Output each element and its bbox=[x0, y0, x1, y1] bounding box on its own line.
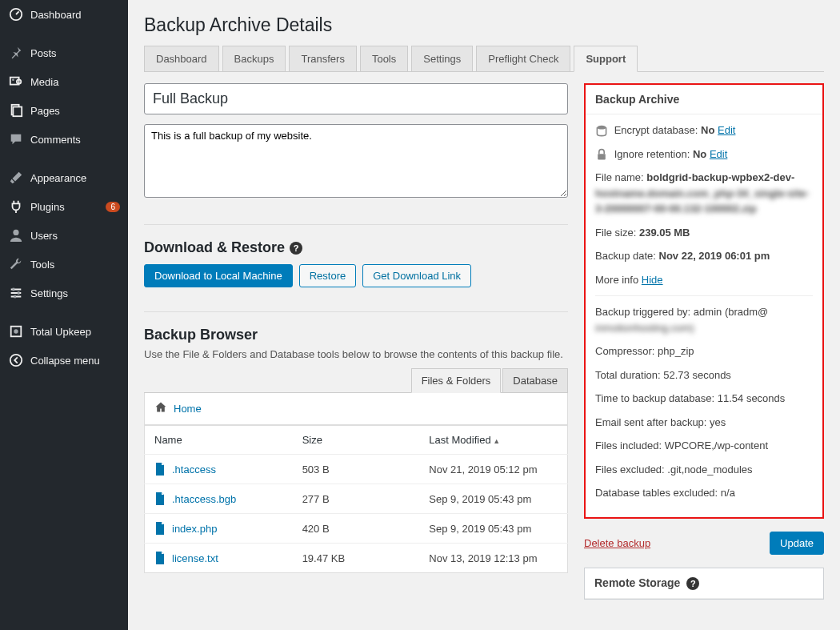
svg-rect-5 bbox=[13, 107, 22, 117]
hide-link[interactable]: Hide bbox=[642, 274, 663, 286]
delete-backup-link[interactable]: Delete backup bbox=[584, 537, 650, 549]
browser-tab-database[interactable]: Database bbox=[502, 368, 568, 392]
sidebar-item-plugins[interactable]: Plugins6 bbox=[0, 192, 128, 221]
svg-point-13 bbox=[597, 125, 606, 129]
shield-icon bbox=[8, 323, 24, 339]
sidebar-item-label: Appearance bbox=[30, 172, 120, 184]
remote-storage-panel: Remote Storage ? bbox=[584, 568, 824, 600]
sidebar-item-label: Tools bbox=[30, 259, 120, 271]
sidebar-item-label: Media bbox=[30, 76, 120, 88]
admin-sidebar: DashboardPostsMediaPagesCommentsAppearan… bbox=[0, 0, 128, 630]
table-row: license.txt19.47 KBNov 13, 2019 12:13 pm bbox=[145, 544, 568, 573]
sidebar-item-tools[interactable]: Tools bbox=[0, 250, 128, 279]
database-icon bbox=[595, 125, 608, 138]
get-download-link-button[interactable]: Get Download Link bbox=[362, 264, 471, 287]
svg-rect-7 bbox=[13, 288, 15, 291]
tab-dashboard[interactable]: Dashboard bbox=[144, 46, 219, 71]
sidebar-item-label: Collapse menu bbox=[30, 355, 120, 367]
panel-title: Backup Archive bbox=[586, 85, 822, 114]
table-row: index.php420 BSep 9, 2019 05:43 pm bbox=[145, 514, 568, 544]
svg-rect-8 bbox=[18, 291, 20, 295]
sidebar-item-pages[interactable]: Pages bbox=[0, 96, 128, 125]
sidebar-item-dashboard[interactable]: Dashboard bbox=[0, 0, 128, 29]
svg-rect-9 bbox=[14, 295, 16, 299]
file-icon bbox=[154, 552, 166, 564]
table-row: .htaccess503 BNov 21, 2019 05:12 pm bbox=[145, 455, 568, 484]
lock-icon bbox=[595, 148, 608, 161]
file-link[interactable]: license.txt bbox=[172, 552, 218, 564]
sidebar-item-label: Total Upkeep bbox=[30, 326, 120, 338]
backup-browser-description: Use the File & Folders and Database tool… bbox=[144, 348, 568, 360]
col-modified[interactable]: Last Modified bbox=[419, 426, 567, 455]
table-row: .htaccess.bgb277 BSep 9, 2019 05:43 pm bbox=[145, 484, 568, 514]
user-icon bbox=[8, 227, 24, 243]
main-content: Backup Archive Details DashboardBackupsT… bbox=[128, 0, 840, 630]
sidebar-item-label: Users bbox=[30, 230, 120, 242]
svg-rect-14 bbox=[598, 154, 606, 159]
tab-tools[interactable]: Tools bbox=[360, 46, 408, 71]
col-size[interactable]: Size bbox=[293, 426, 420, 455]
sidebar-item-media[interactable]: Media bbox=[0, 67, 128, 96]
sidebar-item-appearance[interactable]: Appearance bbox=[0, 163, 128, 192]
breadcrumb-home[interactable]: Home bbox=[174, 403, 202, 415]
svg-point-12 bbox=[10, 355, 22, 366]
comment-icon bbox=[8, 131, 24, 147]
sidebar-item-label: Comments bbox=[30, 134, 120, 146]
dashboard-icon bbox=[8, 6, 24, 22]
file-icon bbox=[154, 522, 166, 535]
file-icon bbox=[154, 492, 166, 505]
sidebar-item-collapse[interactable]: Collapse menu bbox=[0, 346, 128, 375]
backup-archive-panel: Backup Archive Encrypt database: No Edit… bbox=[584, 83, 824, 519]
browser-tab-files-folders[interactable]: Files & Folders bbox=[411, 368, 502, 393]
edit-retention-link[interactable]: Edit bbox=[710, 148, 727, 160]
plug-icon bbox=[8, 199, 24, 215]
sidebar-item-label: Pages bbox=[30, 105, 120, 117]
file-link[interactable]: .htaccess bbox=[172, 463, 216, 476]
sidebar-item-totalupkeep[interactable]: Total Upkeep bbox=[0, 317, 128, 346]
download-restore-heading: Download & Restore ? bbox=[144, 239, 568, 256]
file-icon bbox=[154, 463, 166, 476]
wrench-icon bbox=[8, 256, 24, 272]
svg-point-2 bbox=[12, 78, 14, 81]
file-table: Name Size Last Modified .htaccess503 BNo… bbox=[144, 425, 568, 573]
collapse-icon bbox=[8, 352, 24, 368]
page-title: Backup Archive Details bbox=[144, 14, 824, 36]
tab-backups[interactable]: Backups bbox=[222, 46, 286, 71]
tab-preflight-check[interactable]: Preflight Check bbox=[476, 46, 570, 71]
backup-title-input[interactable] bbox=[144, 83, 568, 114]
brush-icon bbox=[8, 170, 24, 186]
sidebar-item-label: Dashboard bbox=[30, 9, 120, 21]
file-link[interactable]: index.php bbox=[172, 523, 217, 535]
update-button[interactable]: Update bbox=[770, 532, 824, 555]
media-icon bbox=[8, 74, 24, 90]
browser-tabs: Files & FoldersDatabase bbox=[144, 368, 568, 393]
page-tabs: DashboardBackupsTransfersToolsSettingsPr… bbox=[144, 46, 824, 72]
backup-description-textarea[interactable] bbox=[144, 124, 568, 198]
sliders-icon bbox=[8, 285, 24, 301]
help-icon[interactable]: ? bbox=[686, 577, 699, 590]
sidebar-item-comments[interactable]: Comments bbox=[0, 125, 128, 154]
update-badge: 6 bbox=[106, 202, 120, 212]
tab-transfers[interactable]: Transfers bbox=[289, 46, 356, 71]
sidebar-item-label: Posts bbox=[30, 47, 120, 59]
backup-browser-heading: Backup Browser bbox=[144, 327, 568, 343]
pin-icon bbox=[8, 45, 24, 61]
col-name[interactable]: Name bbox=[145, 426, 293, 455]
home-icon bbox=[154, 401, 167, 416]
tab-settings[interactable]: Settings bbox=[411, 46, 473, 71]
restore-button[interactable]: Restore bbox=[299, 264, 357, 287]
svg-point-11 bbox=[14, 329, 18, 333]
sidebar-item-users[interactable]: Users bbox=[0, 221, 128, 250]
svg-point-6 bbox=[13, 230, 18, 235]
breadcrumb: Home bbox=[144, 393, 568, 425]
sidebar-item-posts[interactable]: Posts bbox=[0, 38, 128, 67]
sidebar-item-label: Plugins bbox=[30, 201, 102, 213]
tab-support[interactable]: Support bbox=[574, 46, 638, 72]
pages-icon bbox=[8, 102, 24, 118]
file-link[interactable]: .htaccess.bgb bbox=[172, 493, 236, 505]
help-icon[interactable]: ? bbox=[290, 242, 302, 255]
sidebar-item-settings[interactable]: Settings bbox=[0, 279, 128, 307]
edit-encrypt-link[interactable]: Edit bbox=[718, 124, 735, 136]
download-local-button[interactable]: Download to Local Machine bbox=[144, 264, 293, 287]
sidebar-item-label: Settings bbox=[30, 287, 120, 299]
